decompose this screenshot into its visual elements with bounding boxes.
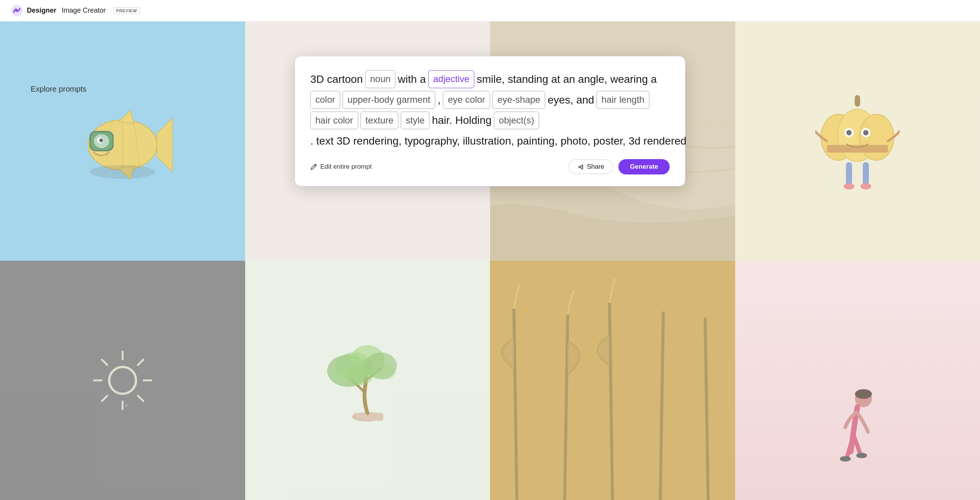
content-area: Explore prompts <box>0 21 980 500</box>
svg-point-27 <box>859 114 894 160</box>
svg-line-44 <box>102 396 107 401</box>
svg-rect-28 <box>827 145 888 153</box>
svg-point-13 <box>99 138 103 142</box>
text-3d-cartoon: 3D cartoon <box>310 70 363 89</box>
svg-point-31 <box>846 130 852 135</box>
grid-cell-corn[interactable] <box>490 261 735 500</box>
chalk-illustration <box>84 342 161 419</box>
prompt-footer: Edit entire prompt Share Generate <box>310 159 670 174</box>
logo-group: Designer Image Creator PREVIEW <box>11 5 140 17</box>
corn-illustration <box>490 261 735 500</box>
footer-actions: Share Generate <box>569 159 670 174</box>
texture-tag[interactable]: texture <box>361 112 398 130</box>
brand-name: Designer <box>27 7 56 15</box>
edit-icon <box>310 163 317 170</box>
svg-line-42 <box>102 360 107 365</box>
explore-label: Explore prompts <box>31 85 87 94</box>
svg-rect-33 <box>846 162 852 185</box>
svg-point-66 <box>856 453 867 458</box>
generate-button[interactable]: Generate <box>618 159 670 174</box>
svg-line-43 <box>138 360 143 365</box>
svg-point-1 <box>15 9 18 12</box>
object-tag[interactable]: object(s) <box>494 112 539 130</box>
runner-illustration <box>823 385 892 500</box>
svg-point-32 <box>863 130 869 135</box>
adjective-tag[interactable]: adjective <box>428 70 475 88</box>
product-name: Image Creator <box>62 7 106 15</box>
designer-logo-icon <box>11 5 23 17</box>
share-icon <box>577 164 584 170</box>
share-label: Share <box>587 163 604 171</box>
svg-line-67 <box>315 165 316 166</box>
text-comma: , <box>438 91 441 109</box>
bonsai-illustration <box>318 331 417 430</box>
style-tag[interactable]: style <box>401 112 429 130</box>
fish-illustration <box>69 87 176 195</box>
eye-color-tag[interactable]: eye color <box>443 91 490 109</box>
grid-cell-runner[interactable] <box>735 261 980 500</box>
edit-prompt-button[interactable]: Edit entire prompt <box>310 161 372 173</box>
upper-body-tag[interactable]: upper-body garment <box>343 91 435 109</box>
color-tag[interactable]: color <box>310 91 340 109</box>
prompt-card: 3D cartoon noun with a adjective smile, … <box>295 56 685 186</box>
hair-color-tag[interactable]: hair color <box>310 112 358 130</box>
svg-point-54 <box>374 364 395 380</box>
svg-rect-24 <box>855 95 860 107</box>
svg-point-37 <box>109 367 136 394</box>
share-button[interactable]: Share <box>569 160 613 174</box>
hair-length-tag[interactable]: hair length <box>597 91 649 109</box>
text-hair-holding: hair. Holding <box>432 111 492 130</box>
svg-point-65 <box>840 456 851 462</box>
svg-point-46 <box>125 403 128 407</box>
grid-cell-fish[interactable] <box>0 21 245 261</box>
svg-marker-3 <box>157 118 172 172</box>
main-layout: Explore prompts <box>0 21 980 500</box>
svg-point-36 <box>860 183 871 189</box>
svg-point-14 <box>90 165 155 179</box>
grid-cell-bonsai[interactable] <box>245 261 490 500</box>
pumpkin-illustration <box>815 87 900 195</box>
svg-line-45 <box>138 396 143 401</box>
generate-label: Generate <box>630 163 658 170</box>
app-header: Designer Image Creator PREVIEW <box>0 0 980 21</box>
eye-shape-tag[interactable]: eye-shape <box>492 91 545 109</box>
svg-point-35 <box>844 183 854 189</box>
noun-tag[interactable]: noun <box>365 70 395 88</box>
grid-cell-chalk[interactable] <box>0 261 245 500</box>
text-eyes-and: eyes, and <box>547 91 594 109</box>
prompt-text: 3D cartoon noun with a adjective smile, … <box>310 70 670 150</box>
grid-cell-pumpkin[interactable] <box>735 21 980 261</box>
svg-rect-34 <box>863 162 869 185</box>
text-end: . text 3D rendering, typography, illustr… <box>310 132 687 150</box>
text-with-a: with a <box>398 70 426 89</box>
preview-badge: PREVIEW <box>113 7 140 14</box>
svg-point-64 <box>855 389 872 399</box>
text-smile: smile, standing at an angle, wearing a <box>477 70 657 89</box>
svg-point-53 <box>332 369 351 383</box>
edit-prompt-label: Edit entire prompt <box>320 163 372 171</box>
svg-marker-4 <box>119 110 134 124</box>
